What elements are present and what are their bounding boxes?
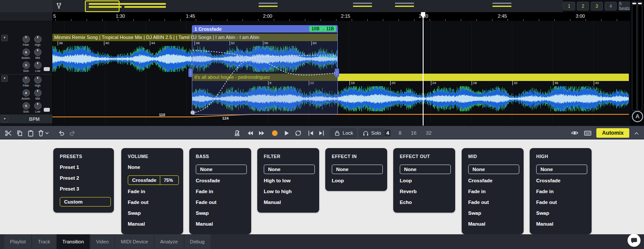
undo-button[interactable] <box>55 127 67 139</box>
collapse-panel-button[interactable] <box>631 127 642 139</box>
lock-button[interactable]: Lock <box>330 128 357 138</box>
option-mid-fade-in[interactable]: Fade in <box>468 189 517 194</box>
knob-dial[interactable] <box>23 36 30 43</box>
option-presets-preset-3[interactable]: Preset 3 <box>60 186 107 191</box>
tab-debug[interactable]: Debug <box>184 234 210 249</box>
tab-track[interactable]: Track <box>32 234 55 249</box>
option-volume-swap[interactable]: Swap <box>128 210 177 216</box>
option-mid-fade-out[interactable]: Fade out <box>468 200 517 205</box>
option-volume-crossfade[interactable]: Crossfade75% <box>128 175 179 185</box>
option-bass-swap[interactable]: Swap <box>196 210 245 216</box>
knob-dial[interactable]: A <box>23 49 30 56</box>
knob-solo[interactable]: SSolo <box>21 61 31 72</box>
option-presets-preset-1[interactable]: Preset 1 <box>60 165 107 170</box>
knob-dial[interactable] <box>34 36 42 43</box>
knob-autom[interactable]: AAutom. <box>21 49 31 59</box>
redo-button[interactable] <box>67 127 78 139</box>
loop-length-8[interactable]: 8 <box>397 129 403 136</box>
option-volume-none[interactable]: None <box>128 165 177 170</box>
deck2-mini-button[interactable] <box>44 108 50 112</box>
option-mid-none[interactable]: None <box>468 165 519 174</box>
option-filter-manual[interactable]: Manual <box>264 200 313 205</box>
minimap[interactable] <box>52 0 563 13</box>
automix-button[interactable]: Automix <box>596 128 629 138</box>
loop-length-16[interactable]: 16 <box>409 129 418 136</box>
tab-video[interactable]: Video <box>91 234 114 249</box>
knob-dial[interactable] <box>34 102 42 110</box>
option-effect-in-loop[interactable]: Loop <box>332 178 381 183</box>
keyboard-shortcuts-button[interactable] <box>582 127 593 139</box>
option-bass-manual[interactable]: Manual <box>196 221 245 226</box>
metronome-button[interactable] <box>231 127 243 139</box>
option-bass-crossfade[interactable]: Crossfade <box>196 178 245 183</box>
option-filter-high-to-low[interactable]: High to low <box>264 178 313 183</box>
option-presets-preset-2[interactable]: Preset 2 <box>60 175 107 181</box>
copy-button[interactable] <box>14 127 25 139</box>
time-ruler[interactable]: 51:301:452:002:152:302:453:00 <box>52 12 630 21</box>
knob-dial[interactable]: S <box>23 61 30 69</box>
knob-mid[interactable]: Mid <box>32 49 43 59</box>
option-high-crossfade[interactable]: Crossfade <box>536 178 585 183</box>
beats-button-3[interactable]: 3 <box>591 2 603 10</box>
option-high-manual[interactable]: Manual <box>536 221 585 226</box>
option-effect-out-reverb[interactable]: Reverb <box>400 189 449 194</box>
knob-dial[interactable] <box>23 76 30 84</box>
option-effect-out-loop[interactable]: Loop <box>400 178 449 183</box>
knob-high[interactable]: High <box>32 36 43 46</box>
delete-options-chevron-icon[interactable] <box>44 127 50 139</box>
option-mid-crossfade[interactable]: Crossfade <box>468 178 517 183</box>
rewind-button[interactable] <box>244 127 256 139</box>
option-filter-none[interactable]: None <box>264 165 315 174</box>
crossfade-header[interactable]: 1 Crossfade 10B → 11B <box>192 25 338 32</box>
knob-solo[interactable]: SSolo <box>21 102 31 113</box>
option-mid-manual[interactable]: Manual <box>468 221 517 226</box>
knob-dial[interactable]: A <box>23 89 30 97</box>
tab-playlist[interactable]: Playlist <box>4 234 31 249</box>
option-presets-custom[interactable]: Custom <box>60 197 111 207</box>
option-bass-fade-in[interactable]: Fade in <box>196 189 245 194</box>
option-filter-low-to-high[interactable]: Low to high <box>264 189 313 194</box>
cut-button[interactable] <box>3 127 14 139</box>
solo-button[interactable]: Solo <box>359 128 385 138</box>
master-fader-right[interactable] <box>638 1 642 111</box>
bpm-expand-button[interactable]: ▸ <box>2 116 8 122</box>
tab-transition[interactable]: Transition <box>57 234 90 249</box>
option-effect-out-none[interactable]: None <box>400 165 451 174</box>
knob-low[interactable]: Low <box>32 102 43 113</box>
option-volume-manual[interactable]: Manual <box>128 221 177 226</box>
knob-dial[interactable]: S <box>23 102 30 110</box>
knob-filter[interactable]: Filter <box>21 76 31 87</box>
skip-back-button[interactable] <box>305 127 316 139</box>
loop-length-32[interactable]: 32 <box>424 129 434 136</box>
paste-button[interactable] <box>25 127 36 139</box>
chat-button[interactable] <box>628 234 641 247</box>
crossfade-right-handle[interactable]: ⋮ <box>335 68 339 77</box>
tab-analyze[interactable]: Analyze <box>155 234 184 249</box>
visibility-button[interactable] <box>569 127 580 139</box>
option-effect-in-none[interactable]: None <box>332 165 383 174</box>
loop-length-4[interactable]: 4 <box>385 129 391 136</box>
knob-autom[interactable]: AAutom. <box>21 89 31 100</box>
beats-button-5-beats[interactable]: 5 beats <box>618 2 631 10</box>
playhead[interactable] <box>423 12 424 126</box>
knob-dial[interactable] <box>34 89 42 97</box>
skip-forward-button[interactable] <box>316 127 327 139</box>
option-high-none[interactable]: None <box>536 165 587 174</box>
fast-forward-button[interactable] <box>256 127 267 139</box>
knob-high[interactable]: High <box>32 76 43 87</box>
tab-midi-device[interactable]: MIDI Device <box>115 234 154 249</box>
option-volume-fade-in[interactable]: Fade in <box>128 189 177 194</box>
knob-dial[interactable] <box>34 49 42 56</box>
beats-button-4[interactable]: 4 <box>605 2 617 10</box>
play-button[interactable] <box>281 127 292 139</box>
option-effect-out-echo[interactable]: Echo <box>400 200 449 205</box>
option-high-swap[interactable]: Swap <box>536 210 585 216</box>
track2-title-bar-extension[interactable] <box>338 74 629 81</box>
knob-mid[interactable]: Mid <box>32 89 43 100</box>
option-bass-none[interactable]: None <box>196 165 247 174</box>
knob-low[interactable]: Low <box>32 61 43 72</box>
knob-dial[interactable] <box>34 61 42 69</box>
record-button[interactable] <box>269 127 280 139</box>
option-bass-fade-out[interactable]: Fade out <box>196 200 245 205</box>
crossfade-left-handle[interactable]: ⋮ <box>188 68 193 77</box>
